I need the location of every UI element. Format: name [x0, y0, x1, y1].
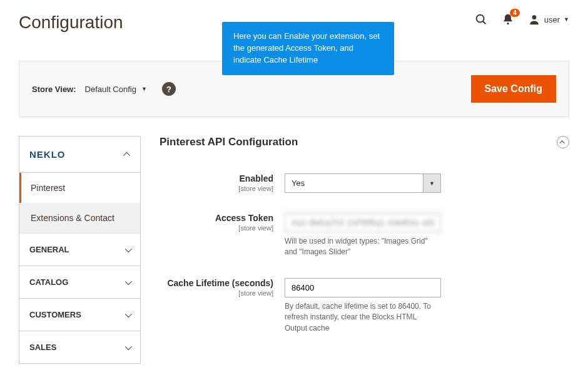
store-view-label: Store View: [32, 85, 76, 94]
store-view-select[interactable]: Default Config ▼ [85, 85, 147, 94]
sidebar-tab-label: SALES [29, 343, 56, 352]
sidebar-tab-label: CUSTOMERS [29, 310, 81, 319]
select-trigger[interactable]: ▼ [423, 174, 440, 192]
svg-line-1 [483, 21, 485, 24]
user-label: user [544, 15, 560, 24]
search-icon[interactable] [474, 13, 488, 26]
chevron-down-icon [125, 343, 132, 349]
sidebar-tab-catalog[interactable]: CATALOG [19, 266, 140, 299]
neklo-logo: NEKLO [29, 149, 66, 160]
sidebar-panel-neklo[interactable]: NEKLO [19, 137, 140, 173]
help-icon[interactable]: ? [162, 82, 176, 96]
cache-lifetime-input[interactable] [285, 278, 441, 297]
section-collapse-button[interactable] [557, 136, 569, 148]
notification-badge: 4 [510, 9, 520, 17]
notifications-icon[interactable]: 4 [502, 13, 514, 26]
section-title: Pinterest API Configuration [160, 136, 298, 148]
caret-down-icon: ▼ [141, 86, 147, 92]
sidebar-tab-general[interactable]: GENERAL [19, 234, 140, 266]
store-view-value: Default Config [85, 85, 136, 94]
sidebar-tab-sales[interactable]: SALES [19, 331, 140, 363]
page-title: Configuration [19, 13, 123, 33]
svg-point-2 [507, 23, 509, 24]
sidebar-item-pinterest[interactable]: Pinterest [19, 173, 140, 203]
caret-down-icon: ▼ [429, 180, 435, 187]
sidebar-tab-label: CATALOG [29, 277, 68, 287]
enabled-value: Yes [285, 174, 423, 192]
field-label-enabled: Enabled [160, 173, 273, 183]
chevron-up-icon [559, 140, 564, 145]
chevron-up-icon [123, 152, 130, 158]
config-sidebar: NEKLO Pinterest Extensions & Contact GEN… [19, 136, 141, 364]
help-tooltip: Here you can Enable your extension, set … [222, 22, 394, 75]
access-token-input[interactable] [285, 213, 441, 232]
field-label-cache-lifetime: Cache Lifetime (seconds) [160, 278, 273, 288]
field-scope: [store view] [160, 185, 273, 192]
enabled-select[interactable]: Yes ▼ [285, 173, 441, 193]
sidebar-tab-customers[interactable]: CUSTOMERS [19, 299, 140, 331]
svg-point-0 [476, 15, 484, 23]
caret-down-icon: ▼ [564, 16, 569, 23]
field-label-access-token: Access Token [160, 213, 273, 223]
svg-point-3 [532, 15, 536, 19]
field-hint-token: Will be used in widget types: "Images Gr… [285, 236, 441, 258]
chevron-down-icon [125, 277, 132, 284]
user-icon [528, 13, 540, 26]
field-hint-cache: By default, cache lifetime is set to 864… [285, 301, 441, 334]
field-scope: [store view] [160, 224, 273, 232]
field-scope: [store view] [160, 289, 273, 297]
save-config-button[interactable]: Save Config [471, 75, 556, 103]
chevron-down-icon [125, 245, 132, 252]
sidebar-tab-label: GENERAL [29, 245, 69, 254]
chevron-down-icon [125, 310, 132, 317]
sidebar-item-extensions-contact[interactable]: Extensions & Contact [19, 203, 140, 233]
user-menu[interactable]: user ▼ [528, 13, 569, 26]
